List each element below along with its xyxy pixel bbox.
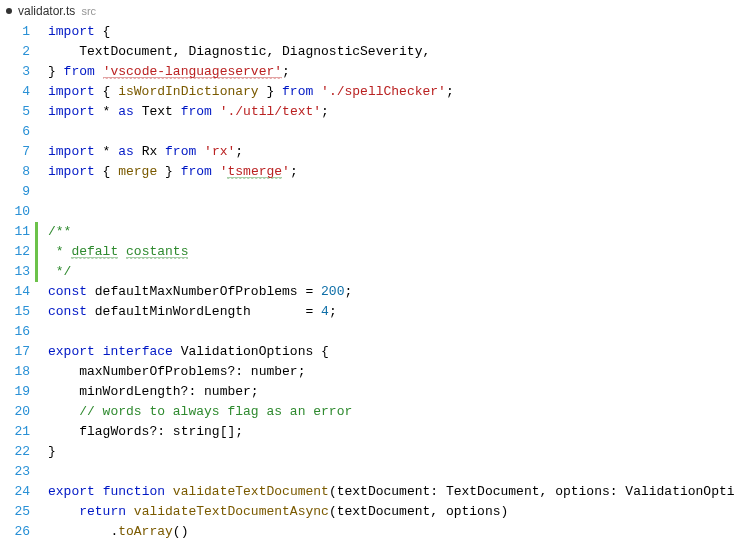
token: } [259, 84, 282, 99]
token: from [64, 64, 95, 79]
code-line[interactable] [38, 322, 736, 342]
token: ; [446, 84, 454, 99]
token: number [251, 364, 298, 379]
token: } [48, 64, 64, 79]
line-number: 12 [0, 242, 30, 262]
code-line[interactable]: import * as Text from './util/text'; [38, 102, 736, 122]
line-number: 18 [0, 362, 30, 382]
token [95, 484, 103, 499]
line-number: 8 [0, 162, 30, 182]
code-line[interactable] [38, 122, 736, 142]
code-line[interactable]: export function validateTextDocument(tex… [38, 482, 736, 502]
editor-tab[interactable]: validator.ts src [0, 0, 736, 22]
code-line[interactable]: maxNumberOfProblems?: number; [38, 362, 736, 382]
line-number: 6 [0, 122, 30, 142]
token [212, 164, 220, 179]
token: string [173, 424, 220, 439]
line-number: 5 [0, 102, 30, 122]
token: defaultMaxNumberOfProblems = [87, 284, 321, 299]
line-number: 15 [0, 302, 30, 322]
code-line[interactable] [38, 182, 736, 202]
code-line[interactable]: flagWords?: string[]; [38, 422, 736, 442]
token: ; [251, 384, 259, 399]
code-line[interactable]: /** [38, 222, 736, 242]
line-number: 2 [0, 42, 30, 62]
token: defaultMinWordLength = [87, 304, 321, 319]
token [95, 64, 103, 79]
token: . [48, 524, 118, 539]
code-line[interactable]: } [38, 442, 736, 462]
token: function [103, 484, 165, 499]
token: tsmerge [227, 164, 282, 180]
token: ValidationOptions [181, 344, 314, 359]
code-line[interactable] [38, 462, 736, 482]
token: export [48, 344, 95, 359]
token: 'rx' [204, 144, 235, 159]
token: import [48, 24, 95, 39]
token: Rx [134, 144, 165, 159]
line-number-gutter: 1234567891011121314151617181920212223242… [0, 22, 38, 547]
line-number: 3 [0, 62, 30, 82]
code-line[interactable]: return validateTextDocumentAsync(textDoc… [38, 502, 736, 522]
code-line[interactable]: } from 'vscode-languageserver'; [38, 62, 736, 82]
token: []; [220, 424, 243, 439]
code-line[interactable]: import { isWordInDictionary } from './sp… [38, 82, 736, 102]
token: import [48, 104, 95, 119]
token: interface [103, 344, 173, 359]
token [313, 84, 321, 99]
token: ; [329, 304, 337, 319]
token: { [313, 344, 329, 359]
code-area[interactable]: import { TextDocument, Diagnostic, Diagn… [38, 22, 736, 547]
line-number: 10 [0, 202, 30, 222]
token: export [48, 484, 95, 499]
token: } [48, 444, 56, 459]
token: ; [282, 64, 290, 79]
code-line[interactable]: export interface ValidationOptions { [38, 342, 736, 362]
token: defalt [71, 244, 118, 260]
token: /** [48, 224, 71, 239]
line-number: 1 [0, 22, 30, 42]
line-number: 11 [0, 222, 30, 242]
token: (textDocument: TextDocument, options: Va… [329, 484, 735, 499]
code-line[interactable] [38, 202, 736, 222]
code-line[interactable]: .toArray() [38, 522, 736, 542]
token: from [282, 84, 313, 99]
code-line[interactable]: import * as Rx from 'rx'; [38, 142, 736, 162]
code-line[interactable]: * defalt costants [38, 242, 736, 262]
token: (textDocument, options) [329, 504, 508, 519]
code-line[interactable]: import { merge } from 'tsmerge'; [38, 162, 736, 182]
token: ; [321, 104, 329, 119]
code-line[interactable]: TextDocument, Diagnostic, DiagnosticSeve… [38, 42, 736, 62]
token: 4 [321, 304, 329, 319]
token: { [95, 164, 118, 179]
line-number: 4 [0, 82, 30, 102]
token: './util/text' [220, 104, 321, 119]
token [118, 244, 126, 259]
token: * [95, 104, 118, 119]
token: import [48, 84, 95, 99]
line-number: 13 [0, 262, 30, 282]
token: */ [48, 264, 71, 279]
line-number: 22 [0, 442, 30, 462]
code-line[interactable]: */ [38, 262, 736, 282]
token: as [118, 104, 134, 119]
code-line[interactable]: minWordLength?: number; [38, 382, 736, 402]
line-number: 16 [0, 322, 30, 342]
token: validateTextDocumentAsync [134, 504, 329, 519]
code-line[interactable]: const defaultMinWordLength = 4; [38, 302, 736, 322]
line-number: 24 [0, 482, 30, 502]
token: { [95, 84, 118, 99]
code-line[interactable]: import { [38, 22, 736, 42]
token: from [181, 104, 212, 119]
token: as [118, 144, 134, 159]
line-number: 25 [0, 502, 30, 522]
code-line[interactable]: // words to always flag as an error [38, 402, 736, 422]
line-number: 7 [0, 142, 30, 162]
code-editor[interactable]: 1234567891011121314151617181920212223242… [0, 22, 736, 547]
line-number: 20 [0, 402, 30, 422]
token: from [181, 164, 212, 179]
token: './spellChecker' [321, 84, 446, 99]
tab-path: src [81, 5, 96, 17]
code-line[interactable]: const defaultMaxNumberOfProblems = 200; [38, 282, 736, 302]
token: ; [290, 164, 298, 179]
